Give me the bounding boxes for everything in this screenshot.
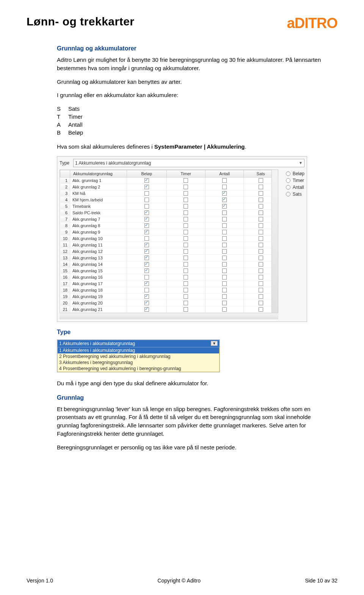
- checkbox[interactable]: [184, 294, 188, 299]
- table-row[interactable]: 13Akk.grunnlag 13: [60, 254, 278, 261]
- checkbox[interactable]: [259, 275, 263, 279]
- akkumulator-grid[interactable]: AkkumulatorgrunnlagBeløpTimerAntallSats1…: [60, 170, 278, 313]
- horizontal-scrollbar[interactable]: [60, 313, 278, 319]
- table-row[interactable]: 6Saldo PC-trekk: [60, 209, 278, 216]
- checkbox[interactable]: [144, 223, 149, 228]
- checkbox[interactable]: [144, 281, 149, 286]
- checkbox[interactable]: [184, 281, 188, 286]
- table-row[interactable]: 16Akk.grunnlag 16: [60, 274, 278, 280]
- checkbox[interactable]: [184, 178, 188, 183]
- checkbox[interactable]: [222, 236, 227, 241]
- checkbox[interactable]: [259, 185, 263, 189]
- table-row[interactable]: 3KM hiå: [60, 190, 278, 196]
- checkbox[interactable]: [259, 178, 263, 183]
- checkbox[interactable]: [144, 217, 149, 221]
- checkbox[interactable]: [222, 249, 227, 254]
- table-row[interactable]: 1Akk. grunnlag 1: [60, 177, 278, 184]
- checkbox[interactable]: [144, 210, 149, 215]
- checkbox[interactable]: [184, 243, 188, 247]
- table-row[interactable]: 9Akk.grunnlag 9: [60, 229, 278, 235]
- checkbox[interactable]: [222, 191, 227, 196]
- checkbox[interactable]: [144, 307, 149, 312]
- checkbox[interactable]: [259, 268, 263, 273]
- dropdown-list[interactable]: 1 Akkumuleres i akkumulatorgrunnlag2 Pro…: [57, 347, 220, 372]
- checkbox[interactable]: [184, 275, 188, 279]
- checkbox[interactable]: [222, 288, 227, 292]
- table-row[interactable]: 17Akk.grunnlag 17: [60, 280, 278, 287]
- checkbox[interactable]: [144, 236, 149, 241]
- checkbox[interactable]: [222, 275, 227, 279]
- checkbox[interactable]: [259, 236, 263, 241]
- table-row[interactable]: 15Akk.grunnlag 15: [60, 267, 278, 274]
- radio-option[interactable]: Timer: [286, 178, 304, 183]
- checkbox[interactable]: [259, 217, 263, 221]
- checkbox[interactable]: [222, 204, 227, 209]
- radio-option[interactable]: Sats: [286, 192, 304, 197]
- checkbox[interactable]: [144, 243, 149, 247]
- checkbox[interactable]: [259, 262, 263, 267]
- checkbox[interactable]: [259, 281, 263, 286]
- radio-option[interactable]: Beløp: [286, 171, 304, 176]
- checkbox[interactable]: [144, 275, 149, 279]
- checkbox[interactable]: [184, 198, 188, 202]
- checkbox[interactable]: [184, 256, 188, 260]
- checkbox[interactable]: [222, 268, 227, 273]
- checkbox[interactable]: [259, 191, 263, 196]
- checkbox[interactable]: [184, 223, 188, 228]
- checkbox[interactable]: [144, 268, 149, 273]
- type-dropdown[interactable]: 1 Akkumuleres i akkumulatorgrunnlag ▼: [73, 159, 304, 167]
- checkbox[interactable]: [144, 262, 149, 267]
- checkbox[interactable]: [144, 185, 149, 189]
- checkbox[interactable]: [222, 243, 227, 247]
- checkbox[interactable]: [259, 243, 263, 247]
- checkbox[interactable]: [222, 217, 227, 221]
- checkbox[interactable]: [144, 230, 149, 234]
- checkbox[interactable]: [184, 210, 188, 215]
- checkbox[interactable]: [144, 198, 149, 202]
- checkbox[interactable]: [144, 191, 149, 196]
- dropdown-selected[interactable]: 1 Akkumuleres i akkumulatorgrunnlag ▼: [57, 340, 220, 347]
- checkbox[interactable]: [144, 256, 149, 260]
- checkbox[interactable]: [144, 204, 149, 209]
- checkbox[interactable]: [222, 185, 227, 189]
- checkbox[interactable]: [222, 230, 227, 234]
- checkbox[interactable]: [144, 294, 149, 299]
- checkbox[interactable]: [184, 236, 188, 241]
- checkbox[interactable]: [144, 249, 149, 254]
- checkbox[interactable]: [259, 198, 263, 202]
- checkbox[interactable]: [259, 223, 263, 228]
- table-row[interactable]: 10Akk.grunnlag 10: [60, 235, 278, 242]
- checkbox[interactable]: [259, 210, 263, 215]
- table-row[interactable]: 2Akk grunnlag 2: [60, 184, 278, 190]
- checkbox[interactable]: [184, 288, 188, 292]
- radio-option[interactable]: Antall: [286, 185, 304, 190]
- dropdown-option[interactable]: 1 Akkumuleres i akkumulatorgrunnlag: [58, 347, 219, 353]
- checkbox[interactable]: [144, 301, 149, 305]
- checkbox[interactable]: [184, 307, 188, 312]
- table-row[interactable]: 19Akk.grunnlag 19: [60, 293, 278, 300]
- checkbox[interactable]: [222, 256, 227, 260]
- checkbox[interactable]: [184, 301, 188, 305]
- dropdown-option[interactable]: 2 Prosentberegning ved akkumulering i ak…: [58, 353, 219, 360]
- checkbox[interactable]: [222, 223, 227, 228]
- checkbox[interactable]: [184, 230, 188, 234]
- table-row[interactable]: 21Akk.grunnlag 21: [60, 306, 278, 312]
- checkbox[interactable]: [144, 288, 149, 292]
- checkbox[interactable]: [222, 262, 227, 267]
- checkbox[interactable]: [184, 185, 188, 189]
- checkbox[interactable]: [222, 178, 227, 183]
- checkbox[interactable]: [259, 294, 263, 299]
- checkbox[interactable]: [259, 256, 263, 260]
- checkbox[interactable]: [259, 301, 263, 305]
- checkbox[interactable]: [184, 204, 188, 209]
- table-row[interactable]: 11Akk.grunnlag 11: [60, 242, 278, 248]
- table-row[interactable]: 8Akk.grunnlag 8: [60, 222, 278, 229]
- checkbox[interactable]: [184, 217, 188, 221]
- checkbox[interactable]: [259, 288, 263, 292]
- table-row[interactable]: 12Akk.grunnlag 12: [60, 248, 278, 254]
- table-row[interactable]: 5Timebank: [60, 203, 278, 209]
- checkbox[interactable]: [184, 191, 188, 196]
- table-row[interactable]: 7Akk.grunnlag 7: [60, 216, 278, 222]
- checkbox[interactable]: [222, 281, 227, 286]
- table-row[interactable]: 18Akk.grunnlag 18: [60, 287, 278, 293]
